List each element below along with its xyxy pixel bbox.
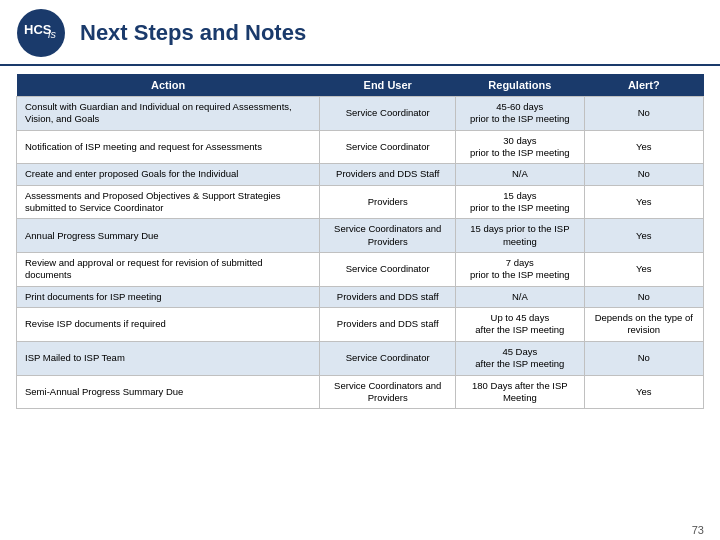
cell-endUser: Providers and DDS staff — [320, 286, 456, 307]
cell-action: Review and approval or request for revis… — [17, 253, 320, 287]
cell-action: Create and enter proposed Goals for the … — [17, 164, 320, 185]
col-regulations: Regulations — [456, 74, 585, 97]
cell-action: Notification of ISP meeting and request … — [17, 130, 320, 164]
cell-regulations: N/A — [456, 164, 585, 185]
cell-alert: Yes — [584, 375, 703, 409]
cell-endUser: Service Coordinators and Providers — [320, 219, 456, 253]
cell-regulations: 45 Days after the ISP meeting — [456, 341, 585, 375]
cell-alert: No — [584, 164, 703, 185]
table-row: Consult with Guardian and Individual on … — [17, 97, 704, 131]
cell-regulations: 7 days prior to the ISP meeting — [456, 253, 585, 287]
cell-alert: No — [584, 97, 703, 131]
cell-action: Annual Progress Summary Due — [17, 219, 320, 253]
table-row: Review and approval or request for revis… — [17, 253, 704, 287]
cell-action: Print documents for ISP meeting — [17, 286, 320, 307]
cell-regulations: N/A — [456, 286, 585, 307]
cell-regulations: 15 days prior to the ISP meeting — [456, 219, 585, 253]
table-row: Create and enter proposed Goals for the … — [17, 164, 704, 185]
table-header-row: Action End User Regulations Alert? — [17, 74, 704, 97]
cell-alert: Yes — [584, 219, 703, 253]
table-row: Revise ISP documents if requiredProvider… — [17, 308, 704, 342]
cell-action: Assessments and Proposed Objectives & Su… — [17, 185, 320, 219]
cell-regulations: Up to 45 days after the ISP meeting — [456, 308, 585, 342]
hcsis-logo: HCS is — [16, 8, 66, 58]
cell-regulations: 30 days prior to the ISP meeting — [456, 130, 585, 164]
cell-alert: Yes — [584, 185, 703, 219]
cell-regulations: 45-60 days prior to the ISP meeting — [456, 97, 585, 131]
main-content: Action End User Regulations Alert? Consu… — [0, 66, 720, 413]
page-number: 73 — [692, 524, 704, 536]
cell-alert: Yes — [584, 130, 703, 164]
cell-alert: No — [584, 341, 703, 375]
cell-regulations: 15 days prior to the ISP meeting — [456, 185, 585, 219]
table-row: Notification of ISP meeting and request … — [17, 130, 704, 164]
table-row: ISP Mailed to ISP TeamService Coordinato… — [17, 341, 704, 375]
cell-endUser: Providers — [320, 185, 456, 219]
cell-endUser: Providers and DDS staff — [320, 308, 456, 342]
table-row: Assessments and Proposed Objectives & Su… — [17, 185, 704, 219]
cell-regulations: 180 Days after the ISP Meeting — [456, 375, 585, 409]
cell-endUser: Service Coordinators and Providers — [320, 375, 456, 409]
svg-text:is: is — [48, 28, 56, 40]
cell-alert: No — [584, 286, 703, 307]
cell-action: ISP Mailed to ISP Team — [17, 341, 320, 375]
cell-alert: Depends on the type of revision — [584, 308, 703, 342]
cell-alert: Yes — [584, 253, 703, 287]
cell-endUser: Providers and DDS Staff — [320, 164, 456, 185]
table-row: Semi-Annual Progress Summary DueService … — [17, 375, 704, 409]
cell-endUser: Service Coordinator — [320, 130, 456, 164]
cell-action: Consult with Guardian and Individual on … — [17, 97, 320, 131]
cell-endUser: Service Coordinator — [320, 97, 456, 131]
col-alert: Alert? — [584, 74, 703, 97]
table-row: Print documents for ISP meetingProviders… — [17, 286, 704, 307]
col-enduser: End User — [320, 74, 456, 97]
page-header: HCS is Next Steps and Notes — [0, 0, 720, 66]
cell-endUser: Service Coordinator — [320, 253, 456, 287]
cell-action: Revise ISP documents if required — [17, 308, 320, 342]
col-action: Action — [17, 74, 320, 97]
table-row: Annual Progress Summary DueService Coord… — [17, 219, 704, 253]
cell-action: Semi-Annual Progress Summary Due — [17, 375, 320, 409]
steps-table: Action End User Regulations Alert? Consu… — [16, 74, 704, 409]
cell-endUser: Service Coordinator — [320, 341, 456, 375]
page-title: Next Steps and Notes — [80, 20, 306, 46]
